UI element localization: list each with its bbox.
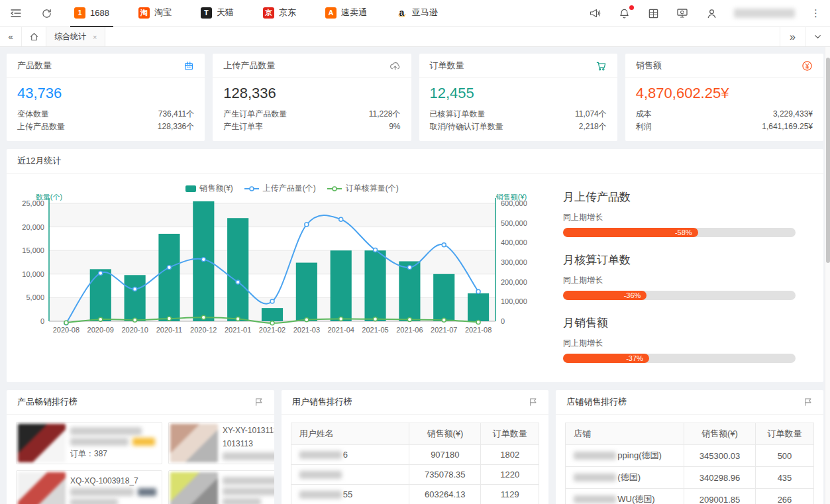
product-sku: 1013113 <box>223 439 253 448</box>
product-box-icon <box>183 60 194 71</box>
product-line: 10131132 <box>223 438 274 450</box>
sales-value: 345300.03 <box>684 445 755 467</box>
product-card[interactable]: XY-XY-1013113_110131132 <box>168 422 274 464</box>
tab-comprehensive-statistics[interactable]: 综合统计 × <box>46 27 105 46</box>
product-line: XY-XY-1013113_1 <box>223 426 274 435</box>
kv-value: 128,336个 <box>158 121 194 133</box>
stat-card-uploaded: 上传产品数量 128,336 产生订单产品数量11,228个 产生订单率9% <box>213 54 411 141</box>
platform-tab-label: 淘宝 <box>154 7 172 19</box>
column-header: 销售额(¥) <box>684 423 755 445</box>
淘宝-logo-icon: 淘 <box>138 7 150 19</box>
product-info: 订单：387 <box>70 427 160 460</box>
kv-label: 变体数量 <box>17 108 49 121</box>
svg-text:2020-12: 2020-12 <box>190 326 217 334</box>
product-image-redacted <box>18 472 66 504</box>
kv-value: 736,411个 <box>158 108 195 121</box>
refresh-icon[interactable] <box>40 7 53 20</box>
platform-tab-淘宝[interactable]: 淘淘宝 <box>134 0 176 27</box>
platform-tab-京东[interactable]: 京京东 <box>259 0 300 27</box>
kv-value: 11,228个 <box>369 108 401 121</box>
tabs-scroll-left-button[interactable]: « <box>0 27 21 46</box>
platform-tab-天猫[interactable]: T天猫 <box>197 0 238 27</box>
legend-label: 订单核算量(个) <box>346 183 399 194</box>
platform-tab-速卖通[interactable]: A速卖通 <box>321 0 371 27</box>
stat-card-orders: 订单数量 12,455 已核算订单数量11,074个 取消/待确认订单数量2,2… <box>419 54 617 141</box>
legend-label: 上传产品量(个) <box>263 183 316 194</box>
main-content: 产品数量 43,736 变体数量736,411个 上传产品数量128,336个 … <box>0 47 830 504</box>
card-value: 43,736 <box>17 85 194 102</box>
home-tab[interactable] <box>21 27 46 46</box>
product-card[interactable]: XQ-XQ-1003918_7 <box>16 470 162 504</box>
svg-text:500,000: 500,000 <box>501 219 527 227</box>
name-cell <box>291 465 409 485</box>
name-cell: 6 <box>291 445 409 465</box>
flag-icon <box>529 397 538 407</box>
table-row: 69071801802 <box>291 445 539 465</box>
product-line <box>223 477 274 485</box>
platform-tab-label: 速卖通 <box>341 7 367 19</box>
growth-label: 同上期增长 <box>563 275 796 286</box>
redacted-badge <box>138 488 156 496</box>
window-scrollbar <box>825 47 830 504</box>
svg-text:2021-02: 2021-02 <box>259 326 285 334</box>
svg-text:15,000: 15,000 <box>22 246 44 254</box>
svg-text:销售额(¥): 销售额(¥) <box>495 194 527 201</box>
legend-item[interactable]: 订单核算量(个) <box>327 183 399 194</box>
name-cell: 55 <box>291 485 409 504</box>
name-cell: pping(德国) <box>566 445 684 467</box>
orders-value: 435 <box>755 467 813 489</box>
product-image-redacted <box>170 424 218 462</box>
notification-bell-icon[interactable] <box>617 7 631 20</box>
sales-value: 603264.13 <box>409 485 481 504</box>
legend-item[interactable]: 上传产品量(个) <box>244 183 316 194</box>
apps-grid-icon[interactable] <box>647 7 660 20</box>
kv-value: 9% <box>389 121 400 133</box>
platform-tab-1688[interactable]: 11688 <box>70 0 113 27</box>
growth-panel: 月上传产品数同上期增长-58%月核算订单数同上期增长-36%月销售额同上期增长-… <box>541 179 814 378</box>
growth-block: 月核算订单数同上期增长-36% <box>563 252 796 300</box>
platform-tabs: 11688淘淘宝T天猫京京东A速卖通a亚马逊 <box>70 0 463 27</box>
redacted-name <box>299 471 342 479</box>
progress-track: -36% <box>563 291 796 300</box>
user-icon[interactable] <box>705 7 718 20</box>
column-header: 订单数量 <box>755 423 813 445</box>
redacted-name <box>574 495 616 503</box>
svg-text:2021-03: 2021-03 <box>293 326 320 334</box>
sales-value: 209001.85 <box>684 489 755 504</box>
platform-tab-亚马逊[interactable]: a亚马逊 <box>392 0 442 27</box>
panel-title: 产品畅销排行榜 <box>17 396 78 408</box>
progress-fill: -37% <box>563 354 649 363</box>
tabs-scroll-right-button[interactable]: » <box>780 27 805 46</box>
rankings-row: 产品畅销排行榜 订单：387XY-XY-1013113_110131132XQ-… <box>7 390 823 504</box>
sidebar-collapse-icon[interactable] <box>9 7 23 20</box>
product-sku: XY-XY-1013113_1 <box>223 426 274 435</box>
product-line: 订单：387 <box>70 448 156 460</box>
redacted-text <box>70 427 142 435</box>
product-card[interactable] <box>168 470 274 504</box>
panel-title: 用户销售排行榜 <box>292 396 352 408</box>
kv-label: 成本 <box>636 108 652 121</box>
product-line <box>70 438 156 446</box>
flag-icon <box>254 397 264 407</box>
name-visible-fragment: 55 <box>343 489 352 499</box>
announcement-icon[interactable] <box>588 7 601 20</box>
product-card[interactable]: 订单：387 <box>16 422 162 464</box>
card-value: 128,336 <box>223 85 400 102</box>
more-menu-icon[interactable]: ⋮ <box>811 10 821 17</box>
monitor-sync-icon[interactable] <box>676 7 689 20</box>
product-sku: 订单：387 <box>70 448 107 460</box>
user-sales-table: 用户姓名销售额(¥)订单数量69071801802735078.35122055… <box>291 423 540 504</box>
username-redacted[interactable] <box>734 9 795 18</box>
yen-circle-icon <box>802 60 813 72</box>
tabs-dropdown-button[interactable] <box>805 27 830 46</box>
redacted-name <box>299 451 342 459</box>
legend-item[interactable]: 销售额(¥) <box>185 183 233 194</box>
kv-value: 11,074个 <box>575 108 607 121</box>
name-visible-fragment: (德国) <box>617 472 641 483</box>
kv-label: 利润 <box>636 121 652 133</box>
redacted-text <box>70 438 129 446</box>
redacted-name <box>574 452 616 460</box>
tab-close-icon[interactable]: × <box>93 33 97 41</box>
scrollbar-thumb[interactable] <box>826 58 830 263</box>
svg-text:2021-08: 2021-08 <box>465 326 492 334</box>
